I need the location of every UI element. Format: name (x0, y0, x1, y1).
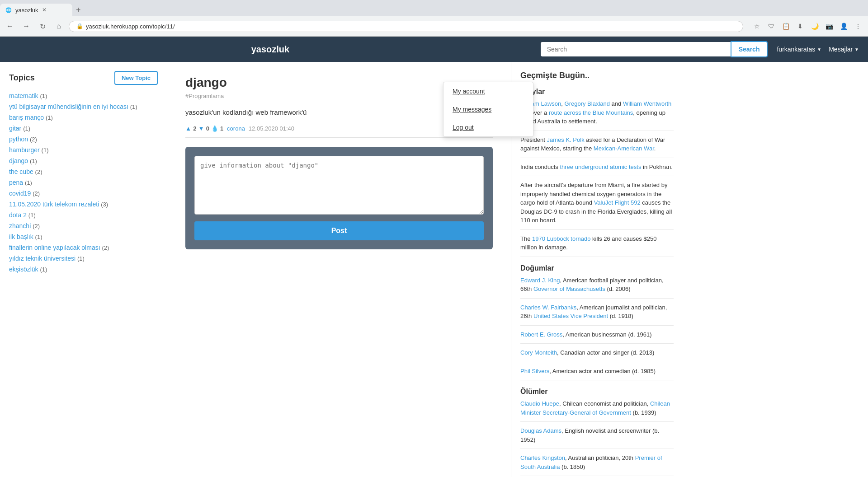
topic-link[interactable]: the cube (9, 168, 33, 175)
vice-president-link[interactable]: United States Vice President (533, 313, 608, 319)
tab-bar: 🌐 yasozluk ✕ + (0, 0, 868, 16)
new-topic-button[interactable]: New Topic (114, 71, 158, 85)
gregory-blaxland-link[interactable]: Gregory Blaxland (565, 100, 610, 107)
list-item: barış manço (1) (9, 114, 158, 121)
tag-label[interactable]: corona (227, 125, 245, 132)
deaths-section-title: Ölümler (520, 388, 674, 396)
topic-count: (2) (33, 190, 40, 197)
home-btn[interactable]: ⌂ (52, 20, 65, 33)
valujet-link[interactable]: ValuJet Flight 592 (594, 199, 641, 206)
messages-btn[interactable]: Mesajlar ▼ (829, 46, 859, 53)
url-text: yasozluk.herokuapp.com/topic/11/ (86, 23, 175, 30)
topic-link[interactable]: ilk başlık (9, 233, 33, 240)
right-sidebar: Geçmişte Bugün.. Olaylar William Lawson,… (511, 62, 683, 477)
post-button[interactable]: Post (194, 221, 484, 240)
my-messages-item[interactable]: My messages (443, 100, 533, 118)
url-bar[interactable]: 🔒 yasozluk.herokuapp.com/topic/11/ (69, 21, 743, 32)
list-item: ekşisözlük (1) (9, 266, 158, 273)
log-out-item[interactable]: Log out (443, 118, 533, 136)
topic-link[interactable]: matematik (9, 92, 38, 99)
vote-up-btn[interactable]: ▲ (185, 125, 191, 132)
mexican-american-war-link[interactable]: Mexican-American War (594, 145, 654, 152)
search-button[interactable]: Search (731, 41, 768, 57)
topic-count: (1) (130, 103, 137, 110)
governor-ma-link[interactable]: Governor of Massachusetts (533, 285, 605, 292)
sidebar-title: Topics (9, 73, 35, 83)
profile-btn[interactable]: 👤 (837, 20, 850, 33)
extension3-btn[interactable]: 🌙 (808, 20, 821, 33)
edward-king-link[interactable]: Edward J. King (520, 277, 560, 284)
vote-neutral-icon: 💧 (211, 125, 218, 132)
topic-link[interactable]: yıldız teknik üniversitesi (9, 255, 75, 262)
tab-close-btn[interactable]: ✕ (42, 7, 47, 13)
topic-link[interactable]: dota 2 (9, 211, 27, 219)
event-item: President James K. Polk asked for a Decl… (520, 136, 674, 158)
topic-count: (1) (30, 158, 37, 164)
topic-count: (1) (77, 255, 85, 262)
extension4-btn[interactable]: 📷 (823, 20, 835, 33)
list-item: 11.05.2020 türk telekom rezaleti (3) (9, 201, 158, 208)
death-item: Douglas Adams, English novelist and scre… (520, 426, 674, 449)
atomic-tests-link[interactable]: three underground atomic tests (560, 164, 641, 170)
topic-link[interactable]: django (9, 157, 28, 164)
secure-icon: 🔒 (76, 23, 83, 29)
user-menu-btn[interactable]: furkankaratas ▼ (777, 46, 821, 53)
topic-count: (1) (23, 125, 30, 132)
reply-box: Post (185, 147, 493, 249)
james-polk-link[interactable]: James K. Polk (547, 136, 585, 143)
back-btn[interactable]: ← (4, 20, 16, 33)
charles-fairbanks-link[interactable]: Charles W. Fairbanks (520, 304, 576, 311)
topic-link[interactable]: python (9, 136, 28, 143)
charles-kingston-link[interactable]: Charles Kingston (520, 454, 565, 461)
address-bar: ← → ↻ ⌂ 🔒 yasozluk.herokuapp.com/topic/1… (0, 16, 868, 36)
topic-count: (3) (101, 201, 108, 208)
new-tab-btn[interactable]: + (72, 4, 85, 16)
topic-link[interactable]: ytü bilgisayar mühendisliğinin en iyi ho… (9, 103, 128, 110)
browser-actions: ☆ 🛡 📋 ⬇ 🌙 📷 👤 ⋮ (750, 20, 864, 33)
event-item: William Lawson, Gregory Blaxland and Wil… (520, 99, 674, 131)
list-item: finallerin online yapılacak olması (2) (9, 244, 158, 251)
phil-silvers-link[interactable]: Phil Silvers (520, 368, 549, 374)
reply-textarea[interactable] (194, 156, 484, 215)
shield-btn[interactable]: 🛡 (765, 20, 778, 33)
topic-count: (1) (46, 114, 53, 121)
vote-section: ▲ 2 ▼ 0 💧 1 (185, 125, 223, 132)
topic-link[interactable]: finallerin online yapılacak olması (9, 244, 100, 251)
topic-link[interactable]: pena (9, 179, 23, 186)
my-account-item[interactable]: My account (443, 82, 533, 100)
death-item: Charles Kingston, Australian politician,… (520, 454, 674, 476)
topic-link[interactable]: zhanchi (9, 222, 31, 229)
topic-link[interactable]: covid19 (9, 190, 31, 197)
menu-btn[interactable]: ⋮ (852, 20, 864, 33)
active-tab: 🌐 yasozluk ✕ (0, 4, 72, 16)
topic-count: (2) (30, 136, 37, 143)
robert-gross-link[interactable]: Robert E. Gross (520, 331, 562, 338)
topic-link[interactable]: gitar (9, 125, 21, 132)
cory-monteith-link[interactable]: Cory Monteith (520, 349, 557, 356)
extension2-btn[interactable]: ⬇ (794, 20, 807, 33)
topic-link[interactable]: ekşisözlük (9, 266, 38, 273)
list-item: dota 2 (1) (9, 211, 158, 219)
topic-link[interactable]: barış manço (9, 114, 44, 121)
claudio-huepe-link[interactable]: Claudio Huepe (520, 400, 559, 407)
tab-favicon: 🌐 (5, 7, 12, 13)
topic-link[interactable]: hamburger (9, 146, 40, 154)
route-blue-mountains-link[interactable]: route across the Blue Mountains (549, 109, 633, 116)
bookmark-btn[interactable]: ☆ (750, 20, 763, 33)
messages-label: Mesajlar (829, 46, 853, 53)
vote-down-btn[interactable]: ▼ (198, 125, 204, 132)
sidebar-header: Topics New Topic (9, 71, 158, 85)
search-input[interactable] (541, 42, 731, 56)
list-item: yıldız teknik üniversitesi (1) (9, 255, 158, 262)
reload-btn[interactable]: ↻ (36, 20, 49, 33)
post-date: 12.05.2020 01:40 (249, 125, 294, 132)
douglas-adams-link[interactable]: Douglas Adams (520, 427, 561, 434)
extension1-btn[interactable]: 📋 (779, 20, 792, 33)
forward-btn[interactable]: → (20, 20, 33, 33)
lubbock-tornado-link[interactable]: 1970 Lubbock tornado (532, 235, 590, 242)
event-item: After the aircraft's departure from Miam… (520, 181, 674, 230)
topic-link[interactable]: 11.05.2020 türk telekom rezaleti (9, 201, 99, 208)
chevron-down-icon: ▼ (817, 47, 821, 52)
list-item: pena (1) (9, 179, 158, 186)
william-wentworth-link[interactable]: William Wentworth (623, 100, 671, 107)
